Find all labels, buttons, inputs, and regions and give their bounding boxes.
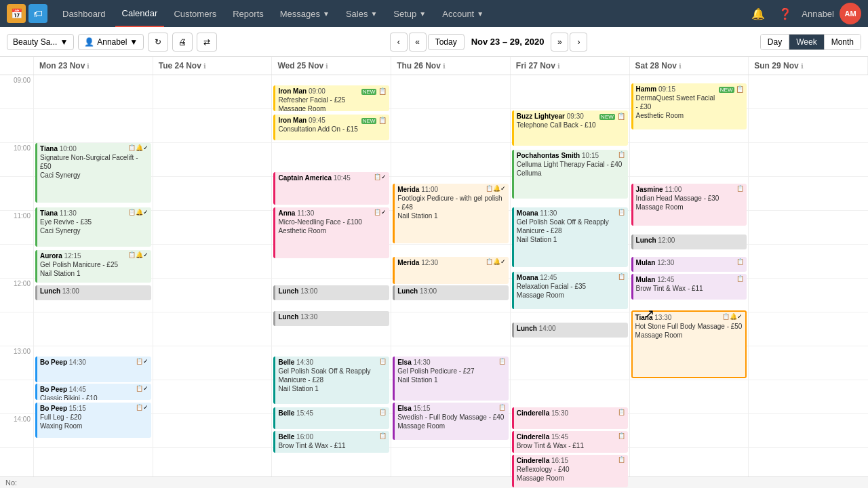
event-tiana-1330[interactable]: Tiana 13:30 📋🔔✓ Hot Stone Full Body Mass… (631, 310, 747, 378)
day-col-fri: Buzz Lightyear 09:30 NEW 📋 Telephone Cal… (511, 75, 630, 488)
event-mulan-1230[interactable]: Mulan 12:30 📋 (631, 257, 747, 272)
event-belle-1600[interactable]: Belle 16:00 📋 Brow Tint & Wax - £11 (273, 431, 389, 453)
time-half3 (0, 245, 33, 279)
event-belle-1545[interactable]: Belle 15:45 📋 (273, 407, 389, 429)
day-header-mon: Mon 23 Nov ℹ (34, 57, 153, 75)
time-1400: 14:00 (0, 414, 33, 448)
nav-setup[interactable]: Setup ▼ (387, 0, 433, 27)
event-bopeep-1430[interactable]: Bo Peep 14:30 📋✓ (35, 357, 151, 382)
top-navigation: 📅 🏷 Dashboard Calendar Customers Reports… (0, 0, 868, 27)
time-half4 (0, 312, 33, 346)
month-view-button[interactable]: Month (825, 35, 861, 49)
event-belle-1430[interactable]: Belle 14:30 📋 Gel Polish Soak Off & Reap… (273, 357, 389, 404)
time-0900: 09:00 (0, 75, 33, 109)
location-selector[interactable]: Beauty Sa... ▼ (7, 34, 74, 50)
user-name-label: Annabel (802, 9, 834, 19)
event-lunch-thu-1300: Lunch 13:00 (393, 285, 509, 300)
status-bar: No: (0, 476, 868, 488)
notifications-icon[interactable]: 🔔 (747, 3, 769, 24)
event-merida-1230[interactable]: Merida 12:30 📋🔔✓ (393, 257, 509, 284)
day-header-sun: Sun 29 Nov ℹ (749, 57, 868, 75)
day-header-sat: Sat 28 Nov ℹ (630, 57, 749, 75)
event-merida-1100[interactable]: Merida 11:00 📋🔔✓ Footlogix Pedicure - wi… (393, 184, 509, 243)
day-header-fri: Fri 27 Nov ℹ (511, 57, 630, 75)
event-lunch-wed-1300: Lunch 13:00 (273, 285, 389, 300)
day-col-mon: Tiana 10:00 📋🔔✓ Signature Non-Surgical F… (34, 75, 153, 488)
tag-logo-icon[interactable]: 🏷 (28, 4, 47, 23)
logo-area: 📅 🏷 (7, 4, 47, 23)
calendar-logo-icon[interactable]: 📅 (7, 4, 26, 23)
calendar-body: 09:00 10:00 11:00 12:00 13:00 14:00 15:0… (0, 75, 868, 488)
event-captainamerica-1045[interactable]: Captain America 10:45 📋✓ (273, 172, 389, 205)
event-lunch-wed-1330: Lunch 13:30 (273, 311, 389, 326)
day-col-sun (749, 75, 868, 488)
event-hamm-0915[interactable]: Hamm 09:15 NEW 📋 DermaQuest Sweet Facial… (631, 83, 747, 129)
nav-calendar[interactable]: Calendar (115, 0, 165, 27)
event-mulan-1245[interactable]: Mulan 12:45 📋 Brow Tint & Wax - £11 (631, 274, 747, 300)
nav-right-area: 🔔 ❓ Annabel AM (747, 3, 861, 24)
day-header-wed: Wed 25 Nov ℹ (272, 57, 391, 75)
help-icon[interactable]: ❓ (774, 3, 796, 24)
event-bopeep-1515[interactable]: Bo Peep 15:15 📋✓ Full Leg - £20 Waxing R… (35, 403, 151, 438)
event-moana-1245[interactable]: Moana 12:45 📋 Relaxation Facial - £35 Ma… (512, 272, 628, 309)
calendar-main: Mon 23 Nov ℹ Tue 24 Nov ℹ Wed 25 Nov ℹ T… (0, 57, 868, 488)
event-ironman-0945[interactable]: Iron Man 09:45 NEW 📋 Consultation Add On… (273, 115, 389, 140)
next-arrow[interactable]: › (570, 33, 587, 52)
nav-account[interactable]: Account ▼ (435, 0, 490, 27)
day-col-thu: Merida 11:00 📋🔔✓ Footlogix Pedicure - wi… (391, 75, 511, 488)
refresh-button[interactable]: ↻ (148, 33, 168, 52)
event-moana-1130[interactable]: Moana 11:30 📋 Gel Polish Soak Off & Reap… (512, 207, 628, 267)
day-headers-row: Mon 23 Nov ℹ Tue 24 Nov ℹ Wed 25 Nov ℹ T… (0, 57, 868, 75)
nav-customers[interactable]: Customers (167, 0, 223, 27)
day-header-tue: Tue 24 Nov ℹ (153, 57, 273, 75)
time-half1 (0, 109, 33, 143)
event-ironman-0900[interactable]: Iron Man 09:00 NEW 📋 Refresher Facial - … (273, 85, 389, 111)
event-tiana-1000[interactable]: Tiana 10:00 📋🔔✓ Signature Non-Surgical F… (35, 143, 151, 203)
prev-week-arrow[interactable]: « (409, 33, 427, 52)
date-navigation: ‹ « Today Nov 23 – 29, 2020 » › (390, 33, 588, 52)
day-col-tue (153, 75, 273, 488)
nav-sales[interactable]: Sales ▼ (339, 0, 384, 27)
event-lunch-sat-1200: Lunch 12:00 (631, 235, 747, 249)
time-half5 (0, 380, 33, 414)
event-jasmine-1100[interactable]: Jasmine 11:00 📋 Indian Head Massage - £3… (631, 184, 747, 226)
event-cinderella-1530[interactable]: Cinderella 15:30 📋 (512, 407, 628, 429)
time-1000: 10:00 (0, 143, 33, 177)
event-pochahontas-1015[interactable]: Pochahontas Smith 10:15 📋 Celluma Light … (512, 150, 628, 199)
time-1200: 12:00 (0, 279, 33, 312)
print-button[interactable]: 🖨 (172, 33, 193, 52)
event-cinderella-1615[interactable]: Cinderella 16:15 📋 Reflexology - £40 Mas… (512, 455, 628, 487)
toolbar: Beauty Sa... ▼ 👤 Annabel ▼ ↻ 🖨 ⇄ ‹ « Tod… (0, 27, 868, 57)
day-header-thu: Thu 26 Nov ℹ (391, 57, 511, 75)
event-elsa-1515[interactable]: Elsa 15:15 📋 Swedish - Full Body Massage… (393, 403, 509, 440)
time-column: 09:00 10:00 11:00 12:00 13:00 14:00 15:0… (0, 75, 34, 488)
date-range-label: Nov 23 – 29, 2020 (466, 37, 550, 47)
event-cinderella-1545[interactable]: Cinderella 15:45 📋 Brow Tint & Wax - £11 (512, 431, 628, 453)
view-selector: Day Week Month (760, 34, 861, 50)
avatar[interactable]: AM (840, 3, 861, 24)
hour-lines-sun (749, 75, 868, 488)
nav-dashboard[interactable]: Dashboard (56, 0, 113, 27)
nav-reports[interactable]: Reports (226, 0, 271, 27)
week-view-button[interactable]: Week (789, 35, 824, 49)
nav-messages[interactable]: Messages ▼ (273, 0, 336, 27)
event-anna-1130[interactable]: Anna 11:30 📋✓ Micro-Needling Face - £100… (273, 207, 389, 258)
event-aurora-1215[interactable]: Aurora 12:15 📋🔔✓ Gel Polish Manicure - £… (35, 250, 151, 283)
hour-lines-tue (153, 75, 272, 488)
event-buzz-0930[interactable]: Buzz Lightyear 09:30 NEW 📋 Telephone Cal… (512, 110, 628, 146)
event-bopeep-1445[interactable]: Bo Peep 14:45 📋✓ Classic Bikini - £10 (35, 384, 151, 400)
time-1100: 11:00 (0, 211, 33, 245)
event-lunch-mon-1300: Lunch 13:00 (35, 285, 151, 300)
status-label: No: (5, 479, 17, 487)
day-col-sat: Hamm 09:15 NEW 📋 DermaQuest Sweet Facial… (630, 75, 749, 488)
user-selector[interactable]: 👤 Annabel ▼ (78, 34, 144, 50)
event-tiana-1130[interactable]: Tiana 11:30 📋🔔✓ Eye Revive - £35 Caci Sy… (35, 207, 151, 247)
today-button[interactable]: Today (428, 34, 465, 50)
days-grid: Tiana 10:00 📋🔔✓ Signature Non-Surgical F… (34, 75, 868, 488)
event-elsa-1430[interactable]: Elsa 14:30 📋 Gel Polish Pedicure - £27 N… (393, 357, 509, 401)
time-half2 (0, 177, 33, 211)
day-view-button[interactable]: Day (761, 35, 789, 49)
next-week-arrow[interactable]: » (551, 33, 568, 52)
prev-arrow[interactable]: ‹ (390, 33, 408, 52)
share-button[interactable]: ⇄ (197, 33, 217, 52)
